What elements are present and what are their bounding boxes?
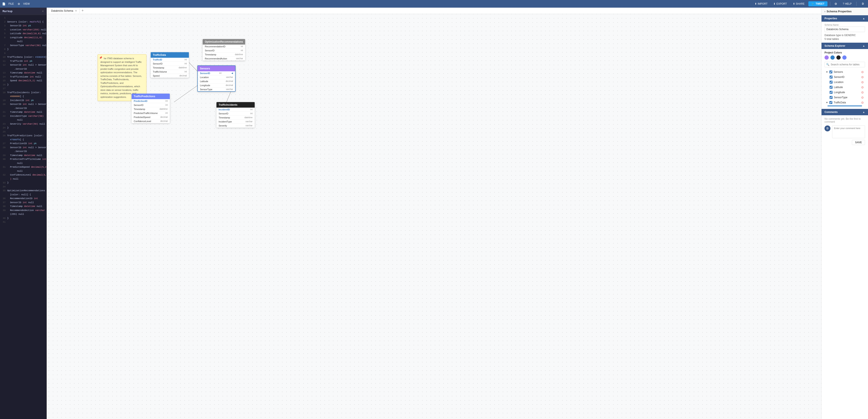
color-dot-blue[interactable]	[831, 55, 835, 60]
add-tab-button[interactable]: +	[81, 8, 85, 13]
user-avatar[interactable]: D	[860, 1, 866, 7]
table-row: SensorID int	[216, 112, 255, 116]
note-pin-icon: 📌	[99, 56, 102, 60]
properties-section-body: Schema Name: Database type is GENERIC 5 …	[822, 22, 868, 43]
export-icon: ⬇	[773, 2, 775, 5]
sensors-indicator-icon: ⊙	[861, 70, 864, 74]
trafficdata-checkbox[interactable]	[829, 101, 832, 104]
longitude-label: Longitude	[834, 91, 860, 94]
code-line-2: 2Sensors [color: #a37cf2] {	[0, 20, 46, 24]
help-menu-button[interactable]: ? HELP	[841, 1, 854, 6]
markup-panel: Markup ‹ 1 2Sensors [color: #a37cf2] { 3…	[0, 8, 47, 419]
table-row: TrafficID int	[151, 58, 189, 62]
code-line-22: 22 IncidentType varchar(50)	[0, 114, 46, 118]
tree-item-latitude[interactable]: Latitude ⊙	[825, 85, 865, 90]
search-icon: 🔍	[826, 63, 829, 66]
schema-name-input[interactable]	[825, 27, 865, 32]
code-line-6: 6 Longitude decimal(11,8)	[0, 36, 46, 40]
table-trafficpredictions-header: TrafficPredictions	[131, 94, 170, 99]
code-line-30b: null	[0, 161, 46, 166]
export-menu-button[interactable]: ⬇ EXPORT	[771, 1, 789, 6]
sensorid-checkbox[interactable]	[830, 76, 833, 79]
table-row: SensorID int	[131, 103, 170, 107]
table-optimizationrecommendations[interactable]: OptimizationRecommendations Recommendati…	[203, 39, 245, 60]
code-line-39b: (255) null	[0, 212, 46, 216]
file-menu-group: 📄 FILE	[2, 1, 16, 6]
table-trafficpredictions[interactable]: TrafficPredictions PredictionID int Sens…	[131, 94, 170, 123]
tab-close-icon[interactable]: ✕	[75, 9, 77, 12]
table-trafficdata[interactable]: TrafficData TrafficID int SensorID int T…	[151, 52, 189, 78]
code-line-7: 7 SensorType varchar(50) null	[0, 43, 46, 48]
settings-icon-button[interactable]: ⚙	[833, 1, 839, 6]
schema-search-wrap: 🔍	[825, 62, 865, 67]
right-panel-heading: Schema Properties	[827, 10, 852, 13]
longitude-checkbox[interactable]	[830, 91, 833, 94]
code-line-29: 29 Timestamp datetime null	[0, 153, 46, 157]
color-dot-lavender[interactable]	[842, 55, 846, 60]
trafficdata-chevron-icon[interactable]: ▼	[826, 101, 828, 104]
comments-body: No comments yet. Be the first to comment…	[822, 115, 868, 419]
code-line-41: 41	[0, 220, 46, 224]
right-panel-title: › Schema Properties	[822, 8, 868, 15]
note-text: he ITMS database schema is designed to s…	[100, 57, 142, 98]
code-line-1: 1	[0, 16, 46, 20]
tab-databricks-schema[interactable]: Databricks Schema ✕	[49, 8, 80, 13]
sensors-chevron-icon[interactable]: ▼	[826, 71, 828, 73]
table-row: Timestamp datetime	[131, 107, 170, 111]
table-row: Speed decimal	[151, 74, 189, 78]
location-checkbox[interactable]	[830, 81, 833, 84]
code-line-9: 9	[0, 51, 46, 55]
view-menu-button[interactable]: VIEW	[21, 1, 32, 6]
code-line-30: 30 PredictedTrafficVolume int	[0, 157, 46, 161]
canvas-area[interactable]: Databricks Schema ✕ + 📌 he ITMS database…	[47, 8, 821, 419]
comments-section-header[interactable]: Comments ▲	[822, 109, 868, 115]
latitude-checkbox[interactable]	[830, 86, 833, 89]
tree-item-sensortype[interactable]: SensorType ⊙	[825, 95, 865, 100]
table-optimizationrecommendations-header: OptimizationRecommendations	[203, 39, 245, 44]
table-trafficdata-header: TrafficData	[151, 52, 189, 58]
schema-explorer-section-header[interactable]: Schema Explorer ▲	[822, 43, 868, 49]
tree-item-sensorid[interactable]: SensorID ⊙	[825, 74, 865, 80]
sensortype-checkbox[interactable]	[830, 96, 833, 99]
code-line-31b: null	[0, 169, 46, 173]
table-sensors[interactable]: Sensors SensorID int ◀ Location varchar …	[197, 65, 236, 92]
avatar-initials: D	[827, 127, 829, 130]
tree-item-trafficdata[interactable]: ▼ TrafficData ⊙	[825, 100, 865, 105]
share-menu-button[interactable]: ⬆ SHARE	[791, 1, 807, 6]
tab-label: Databricks Schema	[51, 9, 73, 12]
table-trafficdata-title: TrafficData	[153, 54, 166, 56]
tree-item-sensors[interactable]: ▼ Sensors ⊙	[825, 69, 865, 74]
comment-textarea[interactable]	[832, 125, 865, 138]
file-menu-button[interactable]: FILE	[6, 1, 16, 6]
table-trafficincidents[interactable]: TrafficIncidents IncidentID int SensorID…	[216, 102, 255, 127]
save-comment-button[interactable]: SAVE	[852, 140, 865, 145]
table-row: Timestamp datetime	[203, 53, 245, 57]
tree-item-longitude[interactable]: Longitude ⊙	[825, 90, 865, 95]
color-dot-black[interactable]	[836, 55, 841, 60]
svg-line-1	[174, 84, 199, 102]
code-line-28b: .SensorID	[0, 149, 46, 153]
collapse-button[interactable]: ‹	[42, 9, 44, 13]
markup-title: Markup	[3, 10, 12, 13]
properties-section-header[interactable]: Properties ▲	[822, 15, 868, 22]
table-row: Timestamp datetime	[151, 66, 189, 70]
code-line-19: 19 IncidentID int pk	[0, 98, 46, 102]
table-row: TrafficVolume int	[151, 70, 189, 74]
code-line-24: 24}	[0, 126, 46, 130]
schema-name-label: Schema Name:	[825, 24, 865, 26]
longitude-indicator-icon: ⊙	[861, 91, 864, 94]
code-line-3: 3 SensorID int pk	[0, 24, 46, 28]
tweet-button[interactable]: 🐦 TWEET	[808, 1, 828, 6]
schema-search-input[interactable]	[825, 62, 865, 67]
color-dot-purple[interactable]	[825, 55, 829, 60]
code-line-15: 15 Speed decimal(5,2) null	[0, 79, 46, 83]
table-optimizationrecommendations-title: OptimizationRecommendations	[205, 40, 243, 43]
sensors-checkbox[interactable]	[829, 70, 832, 73]
table-trafficincidents-header: TrafficIncidents	[216, 102, 255, 108]
properties-section-label: Properties	[825, 17, 837, 20]
tree-item-location[interactable]: Location ⊙	[825, 80, 865, 85]
code-line-12: 12 SensorID int null > Sensors	[0, 63, 46, 67]
import-menu-button[interactable]: ⬆ IMPORT	[752, 1, 770, 6]
latitude-indicator-icon: ⊙	[861, 86, 864, 89]
code-line-5: 5 Latitude decimal(10,8) null	[0, 32, 46, 36]
